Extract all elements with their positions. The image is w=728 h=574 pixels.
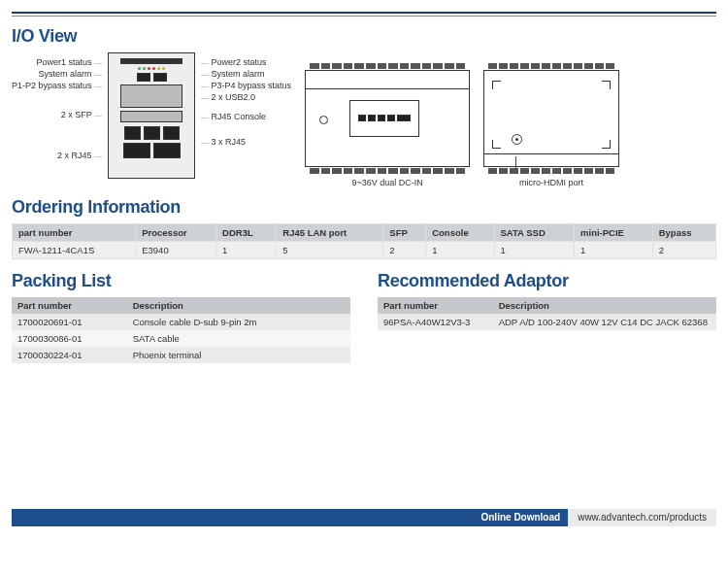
th-processor: Processor: [136, 223, 216, 241]
device-side-view: micro-HDMI port: [483, 70, 619, 187]
label-power1: Power1 status —: [12, 58, 102, 67]
label-p1p2: P1-P2 bypass status —: [12, 82, 102, 90]
label-p3p4: — P3-P4 bypass status: [201, 82, 291, 90]
label-2sfp: 2 x SFP —: [12, 111, 102, 119]
th-minipcie: mini-PCIE: [575, 223, 653, 241]
footer: Online Download www.advantech.com/produc…: [12, 509, 716, 526]
section-adaptor: Recommended Adaptor: [378, 271, 716, 291]
label-usb2: — 2 x USB2.0: [201, 93, 291, 102]
th-sfp: SFP: [383, 223, 426, 241]
section-ordering: Ordering Information: [12, 197, 716, 218]
section-io-view: I/O View: [12, 26, 716, 47]
footer-url: www.advantech.com/products: [568, 509, 716, 526]
label-2rj45: 2 x RJ45 —: [12, 152, 102, 160]
label-sys-alarm-r: — System alarm: [201, 70, 291, 79]
th-ddr3l: DDR3L: [216, 223, 277, 241]
table-row: FWA-1211-4CA1S E3940 1 5 2 1 1 1 2: [13, 241, 716, 258]
device-top-view: 9~36V dual DC-IN: [305, 70, 470, 187]
th-pn: Part number: [12, 297, 127, 314]
label-sys-alarm-l: System alarm —: [12, 70, 102, 79]
label-3rj45: — 3 x RJ45: [201, 138, 291, 147]
caption-hdmi: micro-HDMI port: [519, 179, 583, 187]
footer-label: Online Download: [473, 509, 568, 526]
th-partnumber: part number: [13, 223, 136, 241]
ordering-table: part number Processor DDR3L RJ45 LAN por…: [12, 223, 716, 259]
th-console: Console: [426, 223, 494, 241]
section-packing: Packing List: [12, 271, 350, 291]
th-rj45lan: RJ45 LAN port: [277, 223, 383, 241]
list-item: 1700030086-01SATA cable: [12, 330, 350, 347]
caption-dcin: 9~36V dual DC-IN: [351, 179, 422, 187]
th-satassd: SATA SSD: [494, 223, 575, 241]
adaptor-table: Part number Description 96PSA-A40W12V3-3…: [378, 297, 716, 330]
list-item: 1700020691-01Console cable D-sub 9-pin 2…: [12, 314, 350, 330]
th-desc: Description: [127, 297, 350, 314]
label-rj45-console: — RJ45 Console: [201, 113, 291, 121]
th-bypass: Bypass: [652, 223, 715, 241]
label-power2: — Power2 status: [201, 58, 291, 67]
list-item: 1700030224-01Phoenix terminal: [12, 347, 350, 363]
th-desc: Description: [493, 297, 716, 314]
packing-table: Part number Description 1700020691-01Con…: [12, 297, 350, 363]
io-diagrams: Power1 status — System alarm — P1-P2 byp…: [12, 52, 716, 187]
list-item: 96PSA-A40W12V3-3ADP A/D 100-240V 40W 12V…: [378, 314, 716, 330]
th-pn: Part number: [378, 297, 493, 314]
device-front-view: [108, 52, 195, 179]
